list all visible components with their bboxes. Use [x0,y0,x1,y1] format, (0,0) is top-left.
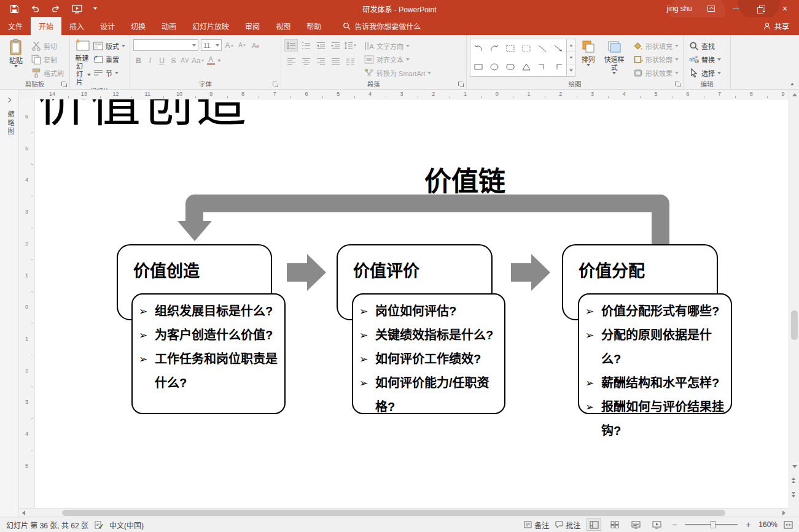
shape-rounded-rectangle[interactable] [502,58,518,76]
comments-button[interactable]: 批注 [555,520,580,530]
normal-view-button[interactable] [587,519,601,531]
value-chain-label[interactable]: 价值链 [385,160,545,199]
minimize-button[interactable] [730,3,741,14]
select-button[interactable]: 选择 [687,66,723,79]
tab-transitions[interactable]: 切换 [123,17,154,35]
copy-button[interactable]: 复制 [29,53,66,66]
font-dialog-launcher[interactable] [273,82,279,88]
align-center-button[interactable] [299,55,313,67]
shapes-scroll-down[interactable] [567,52,575,64]
arrange-button[interactable]: 排列 [579,37,598,80]
numbering-button[interactable] [299,39,313,52]
tab-design[interactable]: 设计 [92,17,123,35]
cut-button[interactable]: 剪切 [29,39,66,52]
save-button[interactable] [10,4,19,13]
underline-button[interactable]: U [157,55,167,66]
shape-select-rect-2[interactable] [518,39,534,58]
convert-smartart-button[interactable]: 转换为 SmartArt [362,66,434,79]
layout-button[interactable]: 版式 [91,39,128,52]
tab-review[interactable]: 审阅 [237,17,268,35]
zoom-slider[interactable] [685,524,738,525]
previous-slide-button[interactable] [792,477,795,483]
align-text-button[interactable]: 对齐文本 [362,53,434,66]
new-slide-button[interactable]: 新建 幻灯片 [73,37,91,87]
quick-styles-button[interactable]: 快速样式 [601,37,628,80]
share-button[interactable]: 共享 [763,17,799,35]
flow-arrow-1-shaft[interactable] [287,263,307,282]
format-painter-button[interactable]: 格式刷 [29,66,66,79]
shapes-scroll-up[interactable] [567,39,575,52]
scroll-left-arrow[interactable] [22,511,25,515]
italic-button[interactable]: I [145,55,155,66]
fit-slide-to-window-button[interactable] [784,521,793,529]
thumbnails-pane-collapsed[interactable]: 缩略图 [0,90,19,517]
shape-outline-button[interactable]: 形状轮廓 [631,53,681,66]
text-direction-button[interactable]: A 文字方向 [362,39,434,52]
detail-box-value-evaluation[interactable]: ➢岗位如何评估? ➢关键绩效指标是什么? ➢如何评价工作绩效? ➢如何评价能力/… [352,293,505,414]
tab-file[interactable]: 文件 [0,17,31,35]
slide-sorter-view-button[interactable] [607,519,622,531]
shapes-gallery-scrollbar[interactable] [567,39,575,77]
value-chain-arrow-right-segment[interactable] [652,204,669,245]
detail-box-value-creation[interactable]: ➢组织发展目标是什么? ➢为客户创造什么价值? ➢工作任务和岗位职责是什么? [131,293,286,414]
shape-elbow-connector[interactable] [534,58,550,76]
ribbon-display-options-button[interactable] [706,3,717,14]
font-size-combo[interactable]: 11 [201,39,222,51]
shrink-font-button[interactable]: A [237,39,247,51]
zoom-level-button[interactable]: 160% [758,520,778,529]
shape-effects-button[interactable]: 形状效果 [631,66,681,79]
shape-line-arrow[interactable] [550,39,566,58]
align-left-button[interactable] [284,55,298,67]
shape-curved-arrow-right[interactable] [486,39,502,58]
columns-button[interactable] [343,55,357,67]
decrease-indent-button[interactable] [314,39,327,52]
bold-button[interactable]: B [133,55,144,66]
reading-view-button[interactable] [628,519,643,531]
clipboard-dialog-launcher[interactable] [61,82,68,88]
slide-title-textbox[interactable]: 价值创造 [37,99,249,129]
shape-rectangle[interactable] [470,58,486,76]
strikethrough-button[interactable]: S [168,55,179,66]
align-right-button[interactable] [314,55,327,67]
shapes-gallery[interactable] [470,39,567,77]
tab-home[interactable]: 开始 [31,17,61,35]
horizontal-scrollbar-thumb[interactable] [62,510,725,516]
reset-button[interactable]: 重置 [91,53,128,66]
font-name-combo[interactable] [133,39,198,51]
scroll-right-arrow[interactable] [782,511,785,515]
flow-arrow-2-shaft[interactable] [511,263,531,282]
vertical-scrollbar[interactable] [789,90,799,508]
drawing-dialog-launcher[interactable] [675,82,681,88]
customize-qat-button[interactable] [93,7,97,10]
change-case-button[interactable]: Aa [192,55,205,66]
close-button[interactable]: × [779,3,790,14]
section-button[interactable]: 节 [91,66,128,79]
tab-animations[interactable]: 动画 [154,17,184,35]
clear-formatting-button[interactable]: A [250,39,260,51]
shapes-more-button[interactable] [567,64,575,76]
spell-check-button[interactable] [95,521,103,529]
shape-line[interactable] [534,39,550,58]
restore-button[interactable] [755,3,766,14]
zoom-in-button[interactable]: + [744,520,752,530]
vertical-scrollbar-thumb[interactable] [791,310,798,340]
font-color-button[interactable]: A [206,55,216,66]
language-indicator[interactable]: 中文(中国) [109,520,144,530]
horizontal-scrollbar[interactable] [19,508,789,517]
tab-view[interactable]: 视图 [268,17,298,35]
grow-font-button[interactable]: A [224,39,235,51]
account-name[interactable]: jing shu [667,4,692,13]
shape-elbow-connector-2[interactable] [550,58,566,76]
shape-triangle[interactable] [518,58,534,76]
slideshow-view-button[interactable] [649,519,664,531]
shape-select-rect[interactable] [502,39,518,58]
scroll-down-arrow[interactable] [792,465,797,468]
shape-fill-button[interactable]: 形状填充 [631,39,681,52]
flow-arrow-2-head[interactable] [531,254,550,291]
replace-button[interactable]: abac 替换 [687,53,723,66]
justify-button[interactable] [329,55,342,67]
paste-button[interactable]: 粘贴 [3,37,29,80]
expand-thumbnails-icon[interactable] [6,98,11,102]
next-slide-button[interactable] [792,492,795,498]
start-slideshow-button[interactable] [72,4,82,13]
